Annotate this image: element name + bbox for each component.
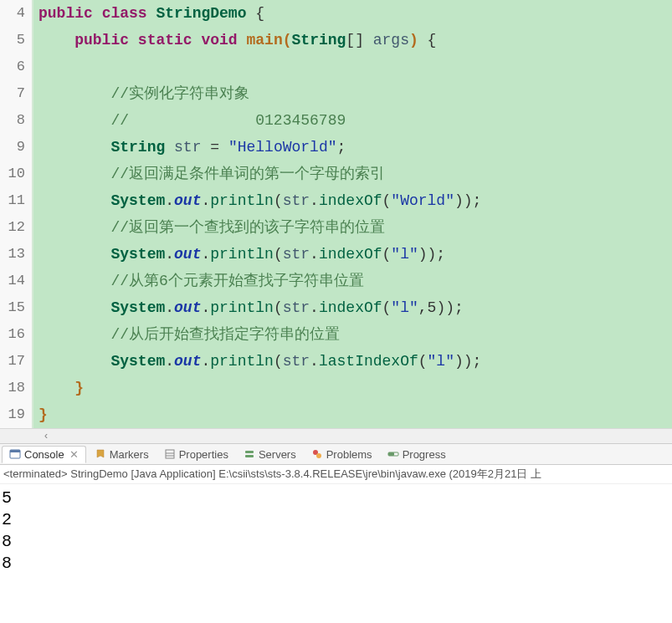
svg-rect-2 xyxy=(166,450,174,458)
output-line: 8 xyxy=(2,553,670,574)
line-number: 7 xyxy=(0,80,33,107)
scroll-left-icon[interactable]: ‹ xyxy=(40,431,52,442)
svg-rect-6 xyxy=(245,455,254,457)
code-line[interactable] xyxy=(33,54,672,80)
line-number: 9 xyxy=(0,134,33,161)
line-number: 13 xyxy=(0,241,33,268)
tab-servers[interactable]: Servers xyxy=(237,447,303,462)
line-number: 19 xyxy=(0,401,33,428)
code-line[interactable]: System.out.println(str.indexOf("l")); xyxy=(33,241,672,268)
output-line: 8 xyxy=(2,531,670,553)
code-line[interactable]: //返回满足条件单词的第一个字母的索引 xyxy=(33,161,672,187)
line-number: 17 xyxy=(0,348,33,375)
problems-icon xyxy=(311,448,323,460)
tab-console[interactable]: Console ✕ xyxy=(2,446,86,463)
code-editor[interactable]: 4 public class StringDemo { 5 public sta… xyxy=(0,0,672,428)
line-number: 11 xyxy=(0,187,33,214)
line-number: 16 xyxy=(0,321,33,348)
code-line[interactable]: System.out.println(str.indexOf("World"))… xyxy=(33,187,672,214)
line-number: 5 xyxy=(0,27,33,54)
code-line[interactable]: } xyxy=(33,401,672,428)
tab-label: Properties xyxy=(179,448,228,461)
svg-point-8 xyxy=(316,453,321,458)
tab-label: Servers xyxy=(259,448,296,461)
code-line[interactable]: //实例化字符串对象 xyxy=(33,80,672,107)
progress-icon xyxy=(387,448,399,460)
tab-label: Problems xyxy=(326,448,372,461)
tab-label: Markers xyxy=(110,448,149,461)
line-number: 15 xyxy=(0,294,33,321)
tab-problems[interactable]: Problems xyxy=(305,447,379,462)
properties-icon xyxy=(164,448,176,460)
termination-info: <terminated> StringDemo [Java Applicatio… xyxy=(0,465,672,484)
code-line[interactable]: public class StringDemo { xyxy=(33,0,672,27)
code-line[interactable]: System.out.println(str.lastIndexOf("l"))… xyxy=(33,348,672,375)
svg-rect-5 xyxy=(245,451,254,453)
code-line[interactable]: //从第6个元素开始查找子字符串位置 xyxy=(33,268,672,294)
output-line: 5 xyxy=(2,488,670,509)
tab-progress[interactable]: Progress xyxy=(381,447,453,462)
line-number: 18 xyxy=(0,375,33,401)
line-number: 4 xyxy=(0,0,33,27)
close-icon[interactable]: ✕ xyxy=(69,448,79,461)
tab-markers[interactable]: Markers xyxy=(88,447,156,462)
code-line[interactable]: public static void main(String[] args) { xyxy=(33,27,672,54)
code-line[interactable]: // 0123456789 xyxy=(33,107,672,134)
code-line[interactable]: } xyxy=(33,375,672,401)
code-line[interactable]: String str = "HelloWorld"; xyxy=(33,134,672,161)
horizontal-scrollbar[interactable]: ‹ xyxy=(0,428,672,443)
code-line[interactable]: //从后开始查找指定字符串的位置 xyxy=(33,321,672,348)
code-line[interactable]: System.out.println(str.indexOf("l",5)); xyxy=(33,294,672,321)
tab-label: Progress xyxy=(403,448,446,461)
markers-icon xyxy=(95,448,106,460)
console-icon xyxy=(9,448,21,460)
line-number: 6 xyxy=(0,54,33,80)
bottom-tabs: Console ✕ Markers Properties Servers Pro… xyxy=(0,443,672,465)
line-number: 12 xyxy=(0,214,33,241)
line-number: 14 xyxy=(0,268,33,294)
tab-properties[interactable]: Properties xyxy=(157,447,235,462)
svg-rect-1 xyxy=(10,450,20,452)
output-line: 2 xyxy=(2,509,670,531)
tab-label: Console xyxy=(24,448,64,461)
line-number: 8 xyxy=(0,107,33,134)
line-number: 10 xyxy=(0,161,33,187)
servers-icon xyxy=(244,448,255,460)
code-line[interactable]: //返回第一个查找到的该子字符串的位置 xyxy=(33,214,672,241)
svg-rect-10 xyxy=(388,452,394,456)
console-output[interactable]: 5 2 8 8 xyxy=(0,484,672,578)
